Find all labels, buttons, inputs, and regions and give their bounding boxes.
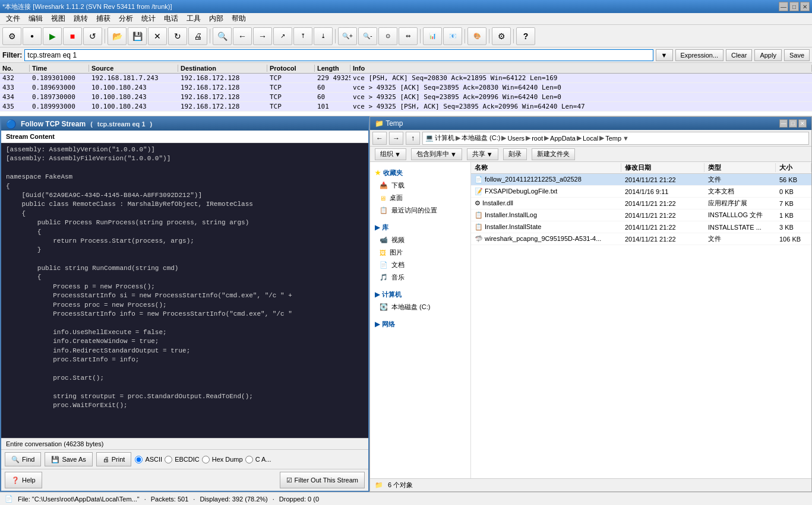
preferences-button[interactable]: ⚙ [492, 27, 511, 45]
ascii-radio[interactable] [135, 456, 143, 463]
menu-analyze[interactable]: 分析 [115, 13, 137, 24]
stream-content[interactable]: [assembly: AssemblyVersion("1.0.0.0")][a… [1, 143, 368, 438]
file-row[interactable]: 📋 Installer.InstallLog 2014/11/21 21:22 … [471, 209, 811, 221]
explorer-close[interactable]: ✕ [798, 119, 807, 128]
network-header[interactable]: ▶ 网络 [370, 318, 470, 331]
go-first-button[interactable]: ⤒ [293, 27, 312, 45]
restart-capture-button[interactable]: ↺ [83, 27, 102, 45]
packet-row[interactable]: 434 0.189730000 10.100.180.243 192.168.1… [0, 93, 812, 102]
sidebar-item-recent[interactable]: 📋 最近访问的位置 [370, 204, 470, 217]
sidebar-item-documents[interactable]: 📄 文档 [370, 259, 470, 271]
start-capture-button[interactable]: ▶ [43, 27, 62, 45]
resize-cols-button[interactable]: ⇔ [399, 27, 418, 45]
computer-header[interactable]: ▶ 计算机 [370, 288, 470, 301]
sidebar-item-local-disk[interactable]: 💽 本地磁盘 (C:) [370, 301, 470, 313]
print-button[interactable]: 🖨 [188, 27, 207, 45]
sidebar-item-video[interactable]: 📹 视频 [370, 234, 470, 246]
packet-row[interactable]: 432 0.189301000 192.168.181.7.243 192.16… [0, 74, 812, 83]
find-packet-button[interactable]: 🔍 [213, 27, 232, 45]
nav-up-button[interactable]: ↑ [406, 132, 420, 145]
menu-telephony[interactable]: 电话 [160, 13, 182, 24]
bc-local[interactable]: Local [583, 135, 598, 142]
file-row[interactable]: 🦈 wireshark_pcapng_9C95195D-A531-4... 20… [471, 233, 811, 245]
nav-forward-button[interactable]: → [389, 132, 403, 145]
maximize-button[interactable]: □ [789, 2, 799, 11]
reload-button[interactable]: ↻ [168, 27, 187, 45]
menu-tools[interactable]: 工具 [183, 13, 204, 24]
libraries-header[interactable]: ▶ 库 [370, 221, 470, 234]
menu-internals[interactable]: 内部 [206, 13, 227, 24]
go-back-button[interactable]: ← [233, 27, 252, 45]
col-header-length[interactable]: Length [315, 65, 350, 72]
sidebar-item-pictures[interactable]: 🖼 图片 [370, 246, 470, 259]
breadcrumb[interactable]: 💻 计算机 ▶ 本地磁盘 (C:) ▶ Users ▶ root ▶ AppDa… [422, 132, 809, 145]
col-header-destination[interactable]: Destination [178, 65, 267, 72]
col-header-size[interactable]: 大小 [776, 163, 811, 172]
ebcdic-radio[interactable] [165, 456, 172, 463]
sidebar-item-music[interactable]: 🎵 音乐 [370, 271, 470, 284]
print-stream-button[interactable]: 🖨 Print [96, 452, 132, 466]
c-arrays-radio[interactable] [245, 456, 253, 463]
file-row[interactable]: 📄 follow_20141121212253_a02528 2014/11/2… [471, 174, 811, 186]
help-button[interactable]: ? [516, 27, 535, 45]
menu-edit[interactable]: 编辑 [25, 13, 46, 24]
file-row[interactable]: ⚙ Installer.dll 2014/11/21 21:22 应用程序扩展 … [471, 198, 811, 209]
ascii-label[interactable]: ASCII [145, 456, 162, 463]
menu-go[interactable]: 跳转 [70, 13, 91, 24]
save-as-button[interactable]: 💾 Save As [45, 452, 92, 466]
nav-back-button[interactable]: ← [372, 132, 387, 145]
explorer-maximize[interactable]: □ [789, 119, 797, 128]
filter-out-button[interactable]: ☑ Filter Out This Stream [280, 472, 365, 488]
organize-button[interactable]: 组织 ▼ [375, 148, 406, 160]
save-button[interactable]: Save [784, 49, 810, 61]
capture-interfaces-button[interactable]: ⚙ [2, 27, 21, 45]
menu-help[interactable]: 帮助 [228, 13, 249, 24]
apply-button[interactable]: Apply [754, 49, 782, 61]
packet-row[interactable]: 433 0.189693000 10.100.180.243 192.168.1… [0, 83, 812, 93]
zoom-in-button[interactable]: 🔍+ [338, 27, 357, 45]
favorites-header[interactable]: ★ 收藏夹 [370, 167, 470, 179]
menu-capture[interactable]: 捕获 [93, 13, 114, 24]
sidebar-item-download[interactable]: 📥 下载 [370, 179, 470, 192]
filter-dropdown-button[interactable]: ▼ [656, 49, 673, 61]
share-button[interactable]: 共享 ▼ [467, 148, 498, 160]
close-file-button[interactable]: ✕ [148, 27, 167, 45]
open-file-button[interactable]: 📂 [108, 27, 127, 45]
c-arrays-label[interactable]: C A... [255, 456, 271, 463]
go-forward-button[interactable]: → [253, 27, 272, 45]
bc-local-disk[interactable]: 本地磁盘 (C:) [462, 134, 500, 142]
clear-button[interactable]: Clear [726, 49, 752, 61]
filter-input[interactable] [24, 49, 653, 61]
help-stream-button[interactable]: ❓ Help [5, 472, 42, 488]
coloring-rules-button[interactable]: 🎨 [467, 27, 486, 45]
col-header-type[interactable]: 类型 [704, 163, 776, 172]
zoom-out-button[interactable]: 🔍- [358, 27, 377, 45]
go-to-packet-button[interactable]: ↗ [273, 27, 292, 45]
menu-file[interactable]: 文件 [2, 13, 24, 24]
ebcdic-label[interactable]: EBCDIC [175, 456, 200, 463]
packet-row[interactable]: 435 0.189993000 10.100.180.243 192.168.1… [0, 102, 812, 112]
bc-users[interactable]: Users [507, 135, 525, 142]
col-header-date[interactable]: 修改日期 [621, 163, 704, 172]
burn-button[interactable]: 刻录 [503, 148, 527, 160]
zoom-normal-button[interactable]: ⊙ [378, 27, 397, 45]
close-button[interactable]: ✕ [800, 2, 810, 11]
expression-button[interactable]: Expression... [675, 49, 724, 61]
bc-computer[interactable]: 计算机 [435, 134, 454, 142]
file-row[interactable]: 📝 FXSAPIDebugLogFile.txt 2014/1/16 9:11 … [471, 186, 811, 198]
col-header-time[interactable]: Time [30, 65, 89, 72]
file-row[interactable]: 📋 Installer.InstallState 2014/11/21 21:2… [471, 221, 811, 233]
menu-statistics[interactable]: 统计 [138, 13, 159, 24]
minimize-button[interactable]: — [779, 2, 788, 11]
bc-appdata[interactable]: AppData [550, 135, 576, 142]
capture-options-button[interactable]: ● [23, 27, 42, 45]
col-header-no[interactable]: No. [0, 65, 30, 72]
go-last-button[interactable]: ⤓ [314, 27, 333, 45]
col-header-info[interactable]: Info [350, 65, 812, 72]
bc-temp[interactable]: Temp [605, 135, 621, 142]
col-header-protocol[interactable]: Protocol [267, 65, 315, 72]
find-button[interactable]: 🔍 Find [5, 452, 41, 466]
support-forums-button[interactable]: 📧 [443, 27, 462, 45]
explorer-minimize[interactable]: — [779, 119, 788, 128]
hex-dump-label[interactable]: Hex Dump [212, 456, 243, 463]
